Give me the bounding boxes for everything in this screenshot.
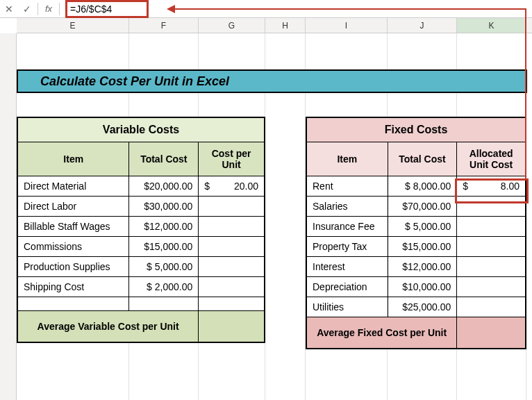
- cell-total[interactable]: $ 2,000.00: [129, 277, 199, 297]
- cell-total[interactable]: $12,000.00: [129, 217, 199, 237]
- cell-per[interactable]: [457, 297, 526, 317]
- cell-item[interactable]: Production Supplies: [17, 257, 129, 277]
- table-row: Salaries $70,000.00: [306, 197, 526, 217]
- fixed-footer-label: Average Fixed Cost per Unit: [306, 317, 457, 349]
- table-row: Production Supplies $ 5,000.00: [17, 257, 265, 277]
- cell-total[interactable]: $10,000.00: [388, 277, 457, 297]
- col-header-I[interactable]: I: [306, 18, 388, 33]
- table-row: Rent $ 8,000.00 $8.00: [306, 176, 526, 197]
- cell-total[interactable]: $25,000.00: [388, 297, 457, 317]
- row-header-gutter: [0, 33, 17, 400]
- cell-item[interactable]: Property Tax: [306, 237, 388, 257]
- cell-item[interactable]: Direct Material: [17, 176, 129, 197]
- divider: [38, 3, 38, 15]
- cell-per[interactable]: $20.00: [199, 176, 265, 197]
- variable-costs-table: Variable Costs Item Total Cost Cost per …: [17, 117, 265, 343]
- cell-per[interactable]: [199, 297, 265, 311]
- variable-group-header: Variable Costs: [17, 117, 265, 142]
- table-row: Depreciation $10,000.00: [306, 277, 526, 297]
- fixed-col-total: Total Cost: [388, 142, 457, 176]
- cancel-icon[interactable]: ✕: [0, 0, 18, 18]
- col-header-K[interactable]: K: [457, 18, 526, 33]
- cell-total[interactable]: $70,000.00: [388, 197, 457, 217]
- fixed-group-header: Fixed Costs: [306, 117, 526, 142]
- per-value: 20.00: [234, 181, 258, 192]
- variable-col-total: Total Cost: [129, 142, 199, 176]
- cell-per[interactable]: [457, 277, 526, 297]
- column-header-row: E F G H I J K: [17, 18, 532, 33]
- cell-item[interactable]: Insurance Fee: [306, 217, 388, 237]
- cell-total[interactable]: $12,000.00: [388, 257, 457, 277]
- fixed-col-item: Item: [306, 142, 388, 176]
- page-title: Calculate Cost Per Unit in Excel: [17, 69, 527, 93]
- formula-text: =J6/$C$4: [65, 0, 149, 18]
- table-row: Billable Staff Wages $12,000.00: [17, 217, 265, 237]
- cell-per[interactable]: [199, 197, 265, 217]
- cell-item[interactable]: Shipping Cost: [17, 277, 129, 297]
- col-header-E[interactable]: E: [17, 18, 129, 33]
- variable-col-per: Cost per Unit: [199, 142, 265, 176]
- cell-per[interactable]: [457, 237, 526, 257]
- fx-icon[interactable]: fx: [40, 0, 58, 18]
- cell-item[interactable]: Utilities: [306, 297, 388, 317]
- divider: [59, 3, 60, 15]
- sheet-area[interactable]: Calculate Cost Per Unit in Excel Variabl…: [17, 33, 532, 400]
- cell-item[interactable]: Commissions: [17, 237, 129, 257]
- table-row: [17, 297, 265, 311]
- cell-total[interactable]: $30,000.00: [129, 197, 199, 217]
- col-header-G[interactable]: G: [199, 18, 265, 33]
- variable-footer-value[interactable]: [199, 311, 265, 343]
- cell-total[interactable]: [129, 297, 199, 311]
- fixed-col-per: Allocated Unit Cost: [457, 142, 526, 176]
- currency: $: [204, 181, 210, 192]
- cell-item[interactable]: Direct Labor: [17, 197, 129, 217]
- per-value: 8.00: [501, 181, 519, 192]
- cell-item[interactable]: Salaries: [306, 197, 388, 217]
- variable-col-item: Item: [17, 142, 129, 176]
- cell-total[interactable]: $ 5,000.00: [388, 217, 457, 237]
- currency: $: [463, 181, 468, 192]
- table-row: Direct Material $20,000.00 $20.00: [17, 176, 265, 197]
- table-row: Direct Labor $30,000.00: [17, 197, 265, 217]
- cell-total[interactable]: $ 8,000.00: [388, 176, 457, 197]
- variable-footer-row: Average Variable Cost per Unit: [17, 311, 265, 343]
- cell-item[interactable]: Billable Staff Wages: [17, 217, 129, 237]
- cell-total[interactable]: $15,000.00: [388, 237, 457, 257]
- table-row: Property Tax $15,000.00: [306, 237, 526, 257]
- col-header-F[interactable]: F: [129, 18, 199, 33]
- formula-bar: ✕ ✓ fx =J6/$C$4: [0, 0, 532, 18]
- table-row: Commissions $15,000.00: [17, 237, 265, 257]
- cell-per[interactable]: [457, 217, 526, 237]
- cell-total[interactable]: $ 5,000.00: [129, 257, 199, 277]
- cell-per[interactable]: [457, 257, 526, 277]
- cell-total[interactable]: $15,000.00: [129, 237, 199, 257]
- col-header-H[interactable]: H: [265, 18, 306, 33]
- table-row: Shipping Cost $ 2,000.00: [17, 277, 265, 297]
- cell-item[interactable]: Interest: [306, 257, 388, 277]
- cell-total[interactable]: $20,000.00: [129, 176, 199, 197]
- cell-per[interactable]: [199, 237, 265, 257]
- col-header-J[interactable]: J: [388, 18, 457, 33]
- fixed-footer-row: Average Fixed Cost per Unit: [306, 317, 526, 349]
- cell-item[interactable]: [17, 297, 129, 311]
- variable-footer-label: Average Variable Cost per Unit: [17, 311, 199, 343]
- formula-input-area[interactable]: =J6/$C$4: [61, 0, 532, 18]
- cell-per[interactable]: [199, 257, 265, 277]
- cell-per-selected[interactable]: $8.00: [457, 176, 526, 197]
- table-row: Utilities $25,000.00: [306, 297, 526, 317]
- fixed-costs-table: Fixed Costs Item Total Cost Allocated Un…: [306, 117, 526, 349]
- table-row: Interest $12,000.00: [306, 257, 526, 277]
- table-row: Insurance Fee $ 5,000.00: [306, 217, 526, 237]
- cell-per[interactable]: [199, 217, 265, 237]
- cell-item[interactable]: Depreciation: [306, 277, 388, 297]
- confirm-icon[interactable]: ✓: [18, 0, 36, 18]
- cell-per[interactable]: [199, 277, 265, 297]
- fixed-footer-value[interactable]: [457, 317, 526, 349]
- cell-per[interactable]: [457, 197, 526, 217]
- cell-item[interactable]: Rent: [306, 176, 388, 197]
